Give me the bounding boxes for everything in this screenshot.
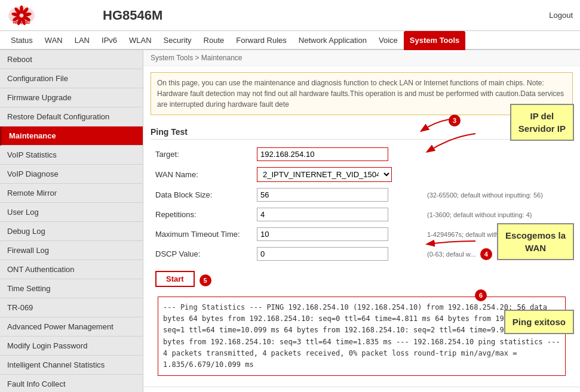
nav-bar: Status WAN LAN IPv6 WLAN Security Route … [0, 31, 580, 50]
dscp-label: DSCP Value: [151, 244, 252, 264]
sidebar-item-maintenance[interactable]: Maintenance [0, 126, 143, 146]
page-wrapper: HUAWEI HG8546M Logout Status WAN LAN IPv… [0, 0, 580, 392]
start-button[interactable]: Start [155, 271, 195, 287]
sidebar-item-config-file[interactable]: Configuration File [0, 69, 143, 88]
annotation-circle-4: 4 [480, 248, 492, 260]
wan-name-label: WAN Name: [151, 164, 252, 185]
timeout-label: Maximum Timeout Time: [151, 224, 252, 244]
repetitions-hint: (1-3600; default without inputting: 4) [427, 211, 532, 218]
sidebar-item-login-pwd[interactable]: Modify Login Password [0, 337, 143, 356]
nav-forward-rules[interactable]: Forward Rules [230, 31, 293, 50]
svg-text:HUAWEI: HUAWEI [13, 20, 30, 24]
sidebar-item-voip-diagnose[interactable]: VoIP Diagnose [0, 165, 143, 184]
wan-name-select[interactable]: 2_IPTV_INTERNET_R_VID_1504 [257, 167, 392, 182]
nav-route[interactable]: Route [198, 31, 231, 50]
sidebar-item-time-setting[interactable]: Time Setting [0, 279, 143, 298]
nav-network-app[interactable]: Network Application [293, 31, 373, 50]
sidebar-item-voip-stats[interactable]: VoIP Statistics [0, 146, 143, 165]
device-title: HG8546M [103, 8, 162, 23]
callout-wan: Escogemos laWAN [497, 223, 574, 260]
sidebar-item-tr069[interactable]: TR-069 [0, 298, 143, 317]
logo-area: HUAWEI [7, 5, 103, 26]
nav-wan[interactable]: WAN [39, 31, 69, 50]
sidebar-item-channel-stats[interactable]: Intelligent Channel Statistics [0, 356, 143, 375]
callout-ping-exitoso: Ping exitoso [504, 310, 574, 334]
breadcrumb: System Tools > Maintenance [143, 50, 580, 66]
info-text: On this page, you can use the maintenanc… [157, 79, 564, 109]
sidebar-item-firmware[interactable]: Firmware Upgrade [0, 88, 143, 107]
sidebar-item-fault-info[interactable]: Fault Info Collect [0, 375, 143, 392]
sidebar-item-reboot[interactable]: Reboot [0, 50, 143, 69]
dscp-hint: (0-63; defaul w... [427, 251, 475, 258]
data-block-label: Data Block Size: [151, 185, 252, 205]
target-input[interactable] [257, 147, 388, 161]
sidebar-item-ont-auth[interactable]: ONT Authentication [0, 260, 143, 279]
annotation-circle-3: 3 [449, 115, 461, 126]
table-row: Target: [151, 144, 573, 164]
nav-lan[interactable]: LAN [69, 31, 96, 50]
dscp-input[interactable] [257, 247, 388, 261]
sidebar-item-power-mgmt[interactable]: Advanced Power Management [0, 317, 143, 337]
sidebar-item-debug-log[interactable]: Debug Log [0, 222, 143, 241]
nav-system-tools[interactable]: System Tools [404, 31, 466, 50]
timeout-input[interactable] [257, 227, 388, 241]
start-row: Start 5 [151, 268, 573, 292]
header: HUAWEI HG8546M Logout [0, 0, 580, 31]
data-block-input[interactable] [257, 188, 388, 202]
sidebar-item-restore[interactable]: Restore Default Configuration [0, 107, 143, 126]
repetitions-input[interactable] [257, 208, 388, 221]
huawei-logo: HUAWEI [7, 5, 36, 26]
nav-voice[interactable]: Voice [373, 31, 404, 50]
annotation-circle-5: 5 [200, 274, 211, 286]
logout-button[interactable]: Logout [549, 11, 573, 20]
table-row: WAN Name: 2_IPTV_INTERNET_R_VID_1504 [151, 164, 573, 185]
ping-output-box: --- Ping Statistics --- PING 192.168.254… [158, 297, 566, 376]
nav-status[interactable]: Status [5, 31, 39, 50]
traceroute-section: Traceroute Test Target: [143, 387, 580, 392]
data-block-hint: (32-65500; default without inputting: 56… [427, 192, 543, 199]
table-row: Data Block Size: (32-65500; default with… [151, 185, 573, 205]
content-area: System Tools > Maintenance On this page,… [143, 50, 580, 392]
sidebar-item-remote-mirror[interactable]: Remote Mirror [0, 184, 143, 203]
nav-wlan[interactable]: WLAN [123, 31, 158, 50]
annotation-circle-6: 6 [475, 289, 487, 301]
target-label: Target: [151, 144, 252, 164]
main-layout: Reboot Configuration File Firmware Upgra… [0, 50, 580, 392]
sidebar-item-firewall-log[interactable]: Firewall Log [0, 241, 143, 260]
sidebar-item-user-log[interactable]: User Log [0, 203, 143, 222]
sidebar: Reboot Configuration File Firmware Upgra… [0, 50, 143, 392]
nav-security[interactable]: Security [158, 31, 198, 50]
callout-ip-server: IP delServidor IP [510, 104, 574, 141]
repetitions-label: Repetitions: [151, 205, 252, 224]
nav-ipv6[interactable]: IPv6 [96, 31, 123, 50]
table-row: Repetitions: (1-3600; default without in… [151, 205, 573, 224]
